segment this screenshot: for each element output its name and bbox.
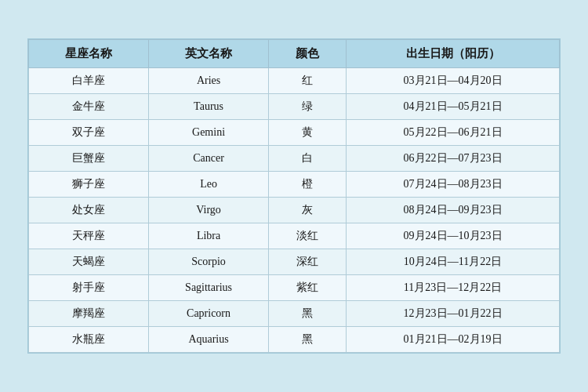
cell-english-name: Leo: [149, 172, 269, 198]
cell-english-name: Sagittarius: [149, 275, 269, 301]
cell-english-name: Aquarius: [149, 327, 269, 353]
table-row: 摩羯座Capricorn黑12月23日—01月22日: [29, 301, 560, 327]
table-row: 金牛座Taurus绿04月21日—05月21日: [29, 94, 560, 120]
cell-chinese-name: 摩羯座: [29, 301, 149, 327]
cell-chinese-name: 白羊座: [29, 68, 149, 94]
table-row: 双子座Gemini黄05月22日—06月21日: [29, 120, 560, 146]
cell-dates: 12月23日—01月22日: [347, 301, 560, 327]
cell-color: 白: [269, 146, 347, 172]
cell-color: 橙: [269, 172, 347, 198]
header-english-name: 英文名称: [149, 40, 269, 68]
cell-english-name: Aries: [149, 68, 269, 94]
cell-dates: 11月23日—12月22日: [347, 275, 560, 301]
table-row: 天蝎座Scorpio深红10月24日—11月22日: [29, 249, 560, 275]
table-row: 射手座Sagittarius紫红11月23日—12月22日: [29, 275, 560, 301]
table-row: 狮子座Leo橙07月24日—08月23日: [29, 172, 560, 198]
zodiac-table-container: 星座名称 英文名称 颜色 出生日期（阳历） 白羊座Aries红03月21日—04…: [27, 38, 561, 354]
cell-color: 黑: [269, 327, 347, 353]
cell-color: 红: [269, 68, 347, 94]
cell-english-name: Scorpio: [149, 249, 269, 275]
cell-english-name: Cancer: [149, 146, 269, 172]
cell-english-name: Gemini: [149, 120, 269, 146]
cell-english-name: Libra: [149, 223, 269, 249]
cell-color: 深红: [269, 249, 347, 275]
table-row: 白羊座Aries红03月21日—04月20日: [29, 68, 560, 94]
cell-chinese-name: 处女座: [29, 198, 149, 223]
cell-dates: 04月21日—05月21日: [347, 94, 560, 120]
cell-dates: 10月24日—11月22日: [347, 249, 560, 275]
cell-color: 绿: [269, 94, 347, 120]
cell-color: 黄: [269, 120, 347, 146]
cell-color: 黑: [269, 301, 347, 327]
cell-chinese-name: 金牛座: [29, 94, 149, 120]
cell-color: 灰: [269, 198, 347, 223]
cell-dates: 03月21日—04月20日: [347, 68, 560, 94]
cell-chinese-name: 天蝎座: [29, 249, 149, 275]
cell-dates: 06月22日—07月23日: [347, 146, 560, 172]
cell-dates: 09月24日—10月23日: [347, 223, 560, 249]
cell-dates: 05月22日—06月21日: [347, 120, 560, 146]
cell-chinese-name: 狮子座: [29, 172, 149, 198]
cell-chinese-name: 天秤座: [29, 223, 149, 249]
cell-color: 紫红: [269, 275, 347, 301]
cell-english-name: Virgo: [149, 198, 269, 223]
table-row: 巨蟹座Cancer白06月22日—07月23日: [29, 146, 560, 172]
cell-english-name: Capricorn: [149, 301, 269, 327]
cell-chinese-name: 射手座: [29, 275, 149, 301]
header-chinese-name: 星座名称: [29, 40, 149, 68]
cell-dates: 08月24日—09月23日: [347, 198, 560, 223]
zodiac-table: 星座名称 英文名称 颜色 出生日期（阳历） 白羊座Aries红03月21日—04…: [28, 39, 560, 353]
cell-english-name: Taurus: [149, 94, 269, 120]
table-row: 天秤座Libra淡红09月24日—10月23日: [29, 223, 560, 249]
header-color: 颜色: [269, 40, 347, 68]
cell-chinese-name: 水瓶座: [29, 327, 149, 353]
cell-dates: 01月21日—02月19日: [347, 327, 560, 353]
cell-chinese-name: 巨蟹座: [29, 146, 149, 172]
cell-dates: 07月24日—08月23日: [347, 172, 560, 198]
table-row: 水瓶座Aquarius黑01月21日—02月19日: [29, 327, 560, 353]
header-dates: 出生日期（阳历）: [347, 40, 560, 68]
table-row: 处女座Virgo灰08月24日—09月23日: [29, 198, 560, 223]
table-header-row: 星座名称 英文名称 颜色 出生日期（阳历）: [29, 40, 560, 68]
cell-color: 淡红: [269, 223, 347, 249]
cell-chinese-name: 双子座: [29, 120, 149, 146]
